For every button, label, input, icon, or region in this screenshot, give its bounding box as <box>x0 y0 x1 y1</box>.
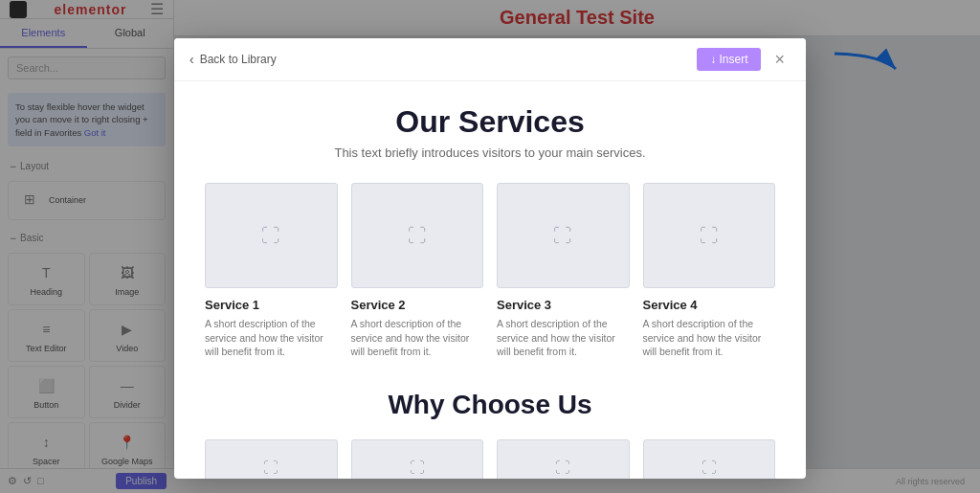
why-icon-3: ⛶ <box>497 439 630 479</box>
service-name-1: Service 1 <box>205 298 338 312</box>
service-card-4: ⛶ Service 4 A short description of the s… <box>643 183 776 359</box>
service-name-3: Service 3 <box>497 298 630 312</box>
image-placeholder-icon-1: ⛶ <box>261 225 280 247</box>
why-placeholder-icon-1: ⛶ <box>263 459 278 477</box>
image-placeholder-icon-4: ⛶ <box>700 225 719 247</box>
modal-header: ‹ Back to Library ↓ Insert × <box>174 38 806 81</box>
services-grid: ⛶ Service 1 A short description of the s… <box>205 183 775 359</box>
service-image-1: ⛶ <box>205 183 338 288</box>
service-desc-4: A short description of the service and h… <box>643 317 776 359</box>
why-icon-2: ⛶ <box>351 439 484 479</box>
back-arrow-icon: ‹ <box>189 52 194 67</box>
why-icons-grid: ⛶ ⛶ ⛶ ⛶ <box>205 439 775 479</box>
service-desc-1: A short description of the service and h… <box>205 317 338 359</box>
modal-overlay: ‹ Back to Library ↓ Insert × Our Service… <box>0 0 980 493</box>
service-card-2: ⛶ Service 2 A short description of the s… <box>351 183 484 359</box>
template-modal: ‹ Back to Library ↓ Insert × Our Service… <box>174 38 806 479</box>
service-desc-2: A short description of the service and h… <box>351 317 484 359</box>
service-card-3: ⛶ Service 3 A short description of the s… <box>497 183 630 359</box>
service-desc-3: A short description of the service and h… <box>497 317 630 359</box>
why-icon-4: ⛶ <box>643 439 776 479</box>
why-choose-us-section: Why Choose Us ⛶ ⛶ ⛶ ⛶ <box>205 390 775 479</box>
why-placeholder-icon-4: ⛶ <box>702 459 717 477</box>
service-name-2: Service 2 <box>351 298 484 312</box>
why-title: Why Choose Us <box>205 390 775 420</box>
service-image-2: ⛶ <box>351 183 484 288</box>
why-icon-1: ⛶ <box>205 439 338 479</box>
back-to-library-button[interactable]: ‹ Back to Library <box>189 52 277 67</box>
service-name-4: Service 4 <box>643 298 776 312</box>
insert-button[interactable]: ↓ Insert <box>697 48 761 71</box>
modal-title: Our Services <box>205 104 775 140</box>
why-placeholder-icon-2: ⛶ <box>410 459 425 477</box>
service-image-4: ⛶ <box>643 183 776 288</box>
modal-header-right: ↓ Insert × <box>697 48 791 71</box>
image-placeholder-icon-3: ⛶ <box>553 225 572 247</box>
why-placeholder-icon-3: ⛶ <box>555 459 570 477</box>
modal-body: Our Services This text briefly introduce… <box>174 81 806 479</box>
back-label: Back to Library <box>200 53 277 66</box>
service-image-3: ⛶ <box>497 183 630 288</box>
close-button[interactable]: × <box>768 49 791 70</box>
image-placeholder-icon-2: ⛶ <box>408 225 427 247</box>
service-card-1: ⛶ Service 1 A short description of the s… <box>205 183 338 359</box>
modal-subtitle: This text briefly introduces visitors to… <box>205 146 775 160</box>
